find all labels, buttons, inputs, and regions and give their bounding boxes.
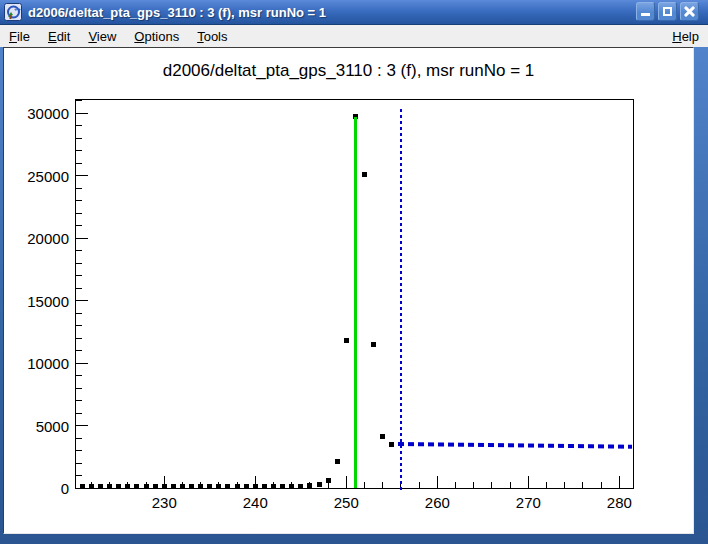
y-axis-minor-tick (76, 200, 82, 201)
root-canvas[interactable]: d2006/deltat_pta_gps_3110 : 3 (f), msr r… (3, 47, 694, 534)
menu-item-help[interactable]: Help (663, 27, 708, 46)
x-axis-tick-label: 250 (324, 494, 368, 511)
y-axis-minor-tick (76, 125, 82, 126)
data-point-marker (198, 484, 203, 489)
x-axis-major-tick (619, 476, 620, 488)
y-axis-major-tick (76, 238, 88, 239)
data-point-marker (225, 484, 230, 489)
data-point-marker (235, 484, 240, 489)
y-axis-minor-tick (76, 250, 82, 251)
y-axis-minor-tick (76, 163, 82, 164)
y-axis-tick-label: 20000 (9, 230, 69, 247)
close-button[interactable] (680, 2, 699, 21)
x-axis-minor-tick (364, 482, 365, 488)
y-axis-minor-tick (76, 413, 82, 414)
minimize-icon (641, 13, 650, 16)
x-axis-minor-tick (601, 482, 602, 488)
menu-item-options[interactable]: Options (125, 27, 188, 46)
x-axis-major-tick (437, 476, 438, 488)
y-axis-minor-tick (76, 225, 82, 226)
data-point-marker (134, 484, 139, 489)
data-point-marker (153, 484, 158, 489)
x-axis-tick-label: 270 (506, 494, 550, 511)
data-point-marker (307, 483, 312, 488)
window-title: d2006/deltat_pta_gps_3110 : 3 (f), msr r… (28, 5, 326, 20)
data-point-marker (262, 484, 267, 489)
x-axis-tick-label: 280 (597, 494, 641, 511)
data-point-marker (371, 342, 376, 347)
y-axis-minor-tick (76, 150, 82, 151)
menu-item-edit[interactable]: Edit (39, 27, 79, 46)
x-axis-minor-tick (582, 482, 583, 488)
y-axis-major-tick (76, 300, 88, 301)
t0-line (354, 117, 357, 488)
menu-item-file[interactable]: File (0, 27, 39, 46)
y-axis-minor-tick (76, 350, 82, 351)
y-axis-minor-tick (76, 288, 82, 289)
y-axis-minor-tick (76, 388, 82, 389)
y-axis-minor-tick (76, 213, 82, 214)
maximize-button[interactable] (658, 2, 677, 21)
app-icon: ++ (4, 3, 22, 21)
y-axis-tick-label: 0 (9, 480, 69, 497)
y-axis-minor-tick (76, 463, 82, 464)
x-axis-minor-tick (382, 482, 383, 488)
data-point-marker (207, 484, 212, 489)
x-axis-tick-label: 230 (142, 494, 186, 511)
data-point-marker (144, 484, 149, 489)
x-axis-tick-label: 240 (233, 494, 277, 511)
data-point-marker (344, 338, 349, 343)
y-axis-minor-tick (76, 275, 82, 276)
data-point-marker (362, 172, 367, 177)
x-axis-tick-label: 260 (415, 494, 459, 511)
window-controls (636, 2, 699, 21)
y-axis-minor-tick (76, 325, 82, 326)
svg-text:++: ++ (14, 6, 22, 12)
x-axis-minor-tick (455, 482, 456, 488)
data-point-marker (216, 484, 221, 489)
data-point-marker (380, 434, 385, 439)
data-point-marker (244, 484, 249, 489)
y-axis-minor-tick (76, 450, 82, 451)
x-axis-minor-tick (510, 482, 511, 488)
x-axis-minor-tick (564, 482, 565, 488)
menu-item-tools[interactable]: Tools (188, 27, 236, 46)
y-axis-minor-tick (76, 400, 82, 401)
title-bar[interactable]: ++ d2006/deltat_pta_gps_3110 : 3 (f), ms… (0, 0, 708, 25)
data-point-marker (180, 484, 185, 489)
data-point-marker (80, 484, 85, 489)
y-axis-tick-label: 5000 (9, 418, 69, 435)
y-axis-minor-tick (76, 100, 82, 101)
data-point-marker (317, 482, 322, 487)
x-axis-minor-tick (328, 482, 329, 488)
menu-item-view[interactable]: View (79, 27, 125, 46)
y-axis-tick-label: 25000 (9, 168, 69, 185)
menu-bar: FileEditViewOptionsToolsHelp (0, 25, 708, 47)
y-axis-minor-tick (76, 263, 82, 264)
maximize-icon (663, 7, 672, 16)
x-axis-major-tick (528, 476, 529, 488)
first-good-bin-line (400, 109, 402, 491)
minimize-button[interactable] (636, 2, 655, 21)
data-point-marker (289, 484, 294, 489)
data-point-marker (162, 484, 167, 489)
y-axis-major-tick (76, 425, 88, 426)
y-axis-major-tick (76, 363, 88, 364)
plot-title: d2006/deltat_pta_gps_3110 : 3 (f), msr r… (4, 61, 693, 81)
x-axis-major-tick (346, 476, 347, 488)
x-axis-minor-tick (546, 482, 547, 488)
data-point-marker (280, 484, 285, 489)
data-point-marker (326, 478, 331, 483)
y-axis-minor-tick (76, 375, 82, 376)
y-axis-minor-tick (76, 188, 82, 189)
data-point-marker (298, 484, 303, 489)
y-axis-tick-label: 10000 (9, 355, 69, 372)
data-point-marker (89, 484, 94, 489)
data-point-marker (171, 484, 176, 489)
y-axis-minor-tick (76, 475, 82, 476)
y-axis-tick-label: 15000 (9, 293, 69, 310)
y-axis-major-tick (76, 113, 88, 114)
plot-frame[interactable]: 2302402502602702800500010000150002000025… (75, 99, 634, 489)
y-axis-tick-label: 30000 (9, 105, 69, 122)
background-fit-line (398, 442, 632, 449)
